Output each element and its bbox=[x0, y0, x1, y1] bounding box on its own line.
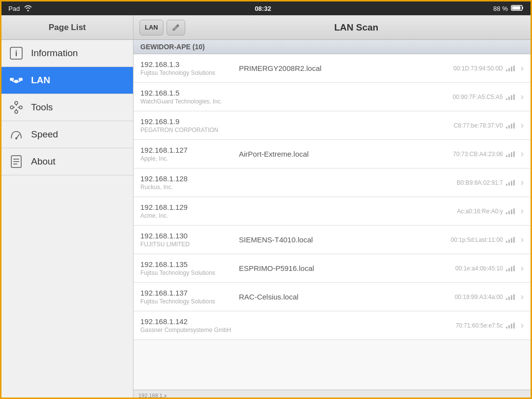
status-time: 08:32 bbox=[255, 5, 271, 12]
scan-item[interactable]: 192.168.1.5 WatchGuard Technologies, Inc… bbox=[133, 83, 531, 111]
lan-icon bbox=[8, 72, 24, 88]
status-left: Pad bbox=[8, 4, 33, 13]
sidebar-item-speed[interactable]: Speed bbox=[1, 121, 133, 148]
scan-ip: 192.168.1.130 bbox=[140, 232, 239, 240]
scan-mac-text: 70:73:CB:A4:23:06 bbox=[453, 151, 503, 158]
svg-rect-7 bbox=[19, 78, 23, 81]
svg-text:i: i bbox=[15, 49, 17, 58]
scan-vendor: WatchGuard Technologies, Inc. bbox=[140, 98, 239, 105]
scan-item[interactable]: 192.168.1.137 Fujitsu Technology Solutio… bbox=[133, 283, 531, 311]
wifi-icon bbox=[24, 4, 33, 13]
scan-item-left: 192.168.1.129 Acme, Inc. bbox=[140, 203, 239, 219]
signal-icon bbox=[506, 180, 515, 186]
svg-rect-12 bbox=[10, 106, 13, 109]
chevron-right-icon: › bbox=[521, 120, 524, 131]
scan-hostname: ESPRIMO-P5916.local bbox=[239, 264, 435, 272]
scan-mac: 00:1p:5d:Last:11:00 › bbox=[435, 234, 524, 245]
sidebar-item-lan[interactable]: LAN bbox=[1, 67, 133, 94]
sidebar-item-speed-label: Speed bbox=[31, 129, 58, 140]
scan-mac-text: 00:90:7F:A5:C5:A5 bbox=[453, 94, 503, 100]
scan-ip: 192.168.1.137 bbox=[140, 289, 239, 297]
chevron-right-icon: › bbox=[521, 234, 524, 245]
scan-vendor: FUJITSU LIMITED bbox=[140, 241, 239, 248]
sidebar: Page List i Information bbox=[1, 15, 133, 399]
app-container: Page List i Information bbox=[1, 15, 531, 399]
scan-vendor: Gassner Computersysteme GmbH bbox=[140, 327, 239, 333]
scan-ip: 192.168.1.5 bbox=[140, 89, 239, 97]
information-icon: i bbox=[8, 45, 24, 61]
chevron-right-icon: › bbox=[521, 177, 524, 188]
scan-mac-text: 00:1e:a4:0b:45:10 bbox=[455, 265, 503, 272]
svg-rect-5 bbox=[10, 78, 14, 81]
scan-hostname: AirPort-Extreme.local bbox=[239, 150, 435, 158]
signal-icon bbox=[506, 94, 515, 100]
scan-ip: 192.168.1.3 bbox=[140, 60, 239, 68]
scan-item[interactable]: 192.168.1.3 Fujitsu Technology Solutions… bbox=[133, 54, 531, 83]
scan-mac: Ac:a0:16:Re:A0:y › bbox=[435, 206, 524, 216]
scan-vendor: Fujitsu Technology Solutions bbox=[140, 298, 239, 305]
svg-rect-11 bbox=[15, 110, 18, 113]
scan-item-left: 192.168.1.5 WatchGuard Technologies, Inc… bbox=[140, 89, 239, 105]
sidebar-item-information-label: Information bbox=[31, 48, 78, 59]
svg-rect-10 bbox=[15, 101, 18, 104]
chevron-right-icon: › bbox=[521, 92, 524, 102]
scan-item-left: 192.168.1.127 Apple, Inc. bbox=[140, 146, 239, 162]
scan-mac: 00:19:99:A3:4a:00 › bbox=[435, 292, 524, 302]
scan-mac-text: 70:71:60:5e:e7:5c bbox=[456, 322, 503, 329]
scan-mac: 00:1e:a4:0b:45:10 › bbox=[435, 263, 524, 273]
signal-icon bbox=[506, 208, 515, 214]
sidebar-item-about[interactable]: About bbox=[1, 148, 133, 175]
scan-item[interactable]: 192.168.1.128 Ruckus, Inc. B0:B9:8A:02:9… bbox=[133, 168, 531, 197]
scan-vendor: Fujitsu Technology Solutions bbox=[140, 69, 239, 76]
scan-mac-text: Ac:a0:16:Re:A0:y bbox=[457, 208, 503, 215]
svg-point-19 bbox=[15, 137, 17, 139]
scan-hostname: RAC-Celsius.local bbox=[239, 293, 435, 301]
chevron-right-icon: › bbox=[521, 320, 524, 331]
scan-vendor: Apple, Inc. bbox=[140, 155, 239, 162]
scan-item[interactable]: 192.168.1.142 Gassner Computersysteme Gm… bbox=[133, 311, 531, 340]
scan-hostname: SIEMENS-T4010.local bbox=[239, 235, 435, 244]
svg-rect-2 bbox=[522, 7, 523, 9]
scan-vendor: Ruckus, Inc. bbox=[140, 184, 239, 191]
scan-item[interactable]: 192.168.1.9 PEGATRON CORPORATION C8:77:b… bbox=[133, 111, 531, 140]
lan-button-label: LAN bbox=[145, 24, 158, 31]
scan-mac: 70:71:60:5e:e7:5c › bbox=[435, 320, 524, 331]
scan-list: 192.168.1.3 Fujitsu Technology Solutions… bbox=[133, 54, 531, 390]
signal-icon bbox=[506, 323, 515, 329]
scan-mac: 00:90:7F:A5:C5:A5 › bbox=[435, 92, 524, 102]
scan-mac-text: 00:1p:5d:Last:11:00 bbox=[451, 236, 503, 243]
svg-rect-13 bbox=[19, 106, 22, 109]
bottom-bar: 192.168.1.x bbox=[133, 390, 531, 399]
battery-icon bbox=[511, 4, 524, 13]
scan-item-left: 192.168.1.3 Fujitsu Technology Solutions bbox=[140, 60, 239, 76]
sidebar-item-tools-label: Tools bbox=[31, 102, 53, 113]
toolbar: LAN LAN Scan bbox=[133, 15, 531, 40]
edit-button[interactable] bbox=[166, 20, 185, 35]
status-right: 88 % bbox=[493, 4, 524, 13]
chevron-right-icon: › bbox=[521, 149, 524, 159]
pad-label: Pad bbox=[8, 5, 20, 12]
scan-item[interactable]: 192.168.1.127 Apple, Inc. AirPort-Extrem… bbox=[133, 140, 531, 168]
edit-icon bbox=[172, 24, 180, 32]
scan-mac-text: C8:77:be:78:37:V0 bbox=[454, 122, 503, 129]
chevron-right-icon: › bbox=[521, 292, 524, 302]
svg-rect-1 bbox=[512, 6, 521, 9]
scan-item-left: 192.168.1.9 PEGATRON CORPORATION bbox=[140, 117, 239, 133]
scan-ip: 192.168.1.128 bbox=[140, 174, 239, 183]
scan-vendor: Acme, Inc. bbox=[140, 212, 239, 219]
scan-item-left: 192.168.1.135 Fujitsu Technology Solutio… bbox=[140, 260, 239, 276]
scan-item-left: 192.168.1.142 Gassner Computersysteme Gm… bbox=[140, 317, 239, 333]
lan-button[interactable]: LAN bbox=[139, 20, 164, 35]
scan-mac-text: B0:B9:8A:02:91:7 bbox=[457, 179, 503, 186]
signal-icon bbox=[506, 237, 515, 243]
chevron-right-icon: › bbox=[521, 206, 524, 216]
scan-item[interactable]: 192.168.1.130 FUJITSU LIMITED SIEMENS-T4… bbox=[133, 226, 531, 254]
scan-item[interactable]: 192.168.1.135 Fujitsu Technology Solutio… bbox=[133, 254, 531, 283]
scan-mac: C8:77:be:78:37:V0 › bbox=[435, 120, 524, 131]
signal-icon bbox=[506, 294, 515, 300]
sidebar-item-information[interactable]: i Information bbox=[1, 40, 133, 67]
sidebar-item-tools[interactable]: Tools bbox=[1, 94, 133, 121]
scan-item[interactable]: 192.168.1.129 Acme, Inc. Ac:a0:16:Re:A0:… bbox=[133, 197, 531, 226]
battery-label: 88 % bbox=[493, 5, 508, 12]
scan-ip: 192.168.1.142 bbox=[140, 317, 239, 326]
